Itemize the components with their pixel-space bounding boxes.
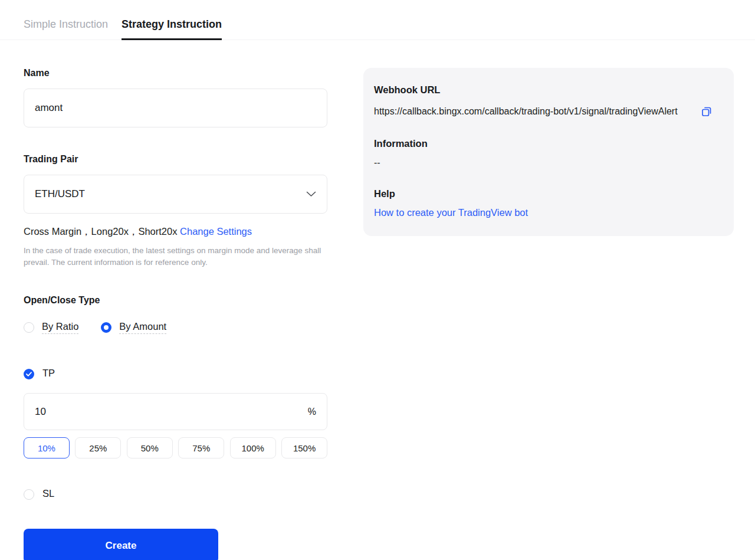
- percent-preset-100[interactable]: 100%: [230, 437, 276, 459]
- webhook-url-text: https://callback.bingx.com/callback/trad…: [374, 103, 696, 119]
- percent-preset-50[interactable]: 50%: [127, 437, 173, 459]
- create-button[interactable]: Create: [24, 529, 218, 560]
- sl-circle-unchecked-icon: [24, 489, 34, 500]
- tab-bar: Simple Instruction Strategy Instruction: [0, 18, 755, 40]
- tp-checkbox-row[interactable]: TP: [24, 368, 327, 381]
- sl-label: SL: [42, 488, 54, 501]
- tp-label: TP: [42, 368, 55, 381]
- percent-preset-150[interactable]: 150%: [281, 437, 327, 459]
- radio-by-amount[interactable]: By Amount: [101, 321, 166, 335]
- name-input[interactable]: [35, 102, 316, 114]
- name-field-wrap: [24, 89, 327, 127]
- trading-pair-label: Trading Pair: [24, 154, 327, 165]
- percent-preset-75[interactable]: 75%: [178, 437, 224, 459]
- margin-summary-text: Cross Margin，Long20x，Short20x: [24, 226, 180, 237]
- trading-pair-value: ETH/USDT: [35, 188, 85, 200]
- percent-preset-group: 10% 25% 50% 75% 100% 150%: [24, 437, 327, 459]
- help-title: Help: [374, 188, 720, 199]
- margin-summary-row: Cross Margin，Long20x，Short20x Change Set…: [24, 225, 327, 238]
- radio-by-ratio-label: By Ratio: [42, 321, 78, 335]
- chevron-down-icon: [306, 188, 316, 200]
- information-title: Information: [374, 138, 720, 149]
- strategy-form: Name Trading Pair ETH/USDT Cross Margin，…: [24, 68, 327, 560]
- radio-by-amount-label: By Amount: [119, 321, 166, 335]
- open-close-radio-group: By Ratio By Amount: [24, 321, 327, 335]
- tp-value-input[interactable]: [35, 406, 308, 418]
- trading-pair-select[interactable]: ETH/USDT: [24, 175, 327, 214]
- name-label: Name: [24, 68, 327, 78]
- tp-value-field-wrap: %: [24, 393, 327, 430]
- help-link[interactable]: How to create your TradingView bot: [374, 207, 528, 218]
- info-card: Webhook URL https://callback.bingx.com/c…: [363, 68, 734, 236]
- margin-note: In the case of trade execution, the late…: [24, 245, 322, 269]
- main-content: Name Trading Pair ETH/USDT Cross Margin，…: [0, 68, 755, 560]
- percent-unit-label: %: [308, 407, 316, 417]
- percent-preset-10[interactable]: 10%: [24, 437, 70, 459]
- webhook-url-row: https://callback.bingx.com/callback/trad…: [374, 103, 720, 120]
- radio-circle-unchecked-icon: [24, 322, 34, 333]
- radio-by-ratio[interactable]: By Ratio: [24, 321, 78, 335]
- tab-strategy-instruction[interactable]: Strategy Instruction: [122, 18, 222, 40]
- change-settings-link[interactable]: Change Settings: [180, 226, 252, 237]
- sl-checkbox-row[interactable]: SL: [24, 488, 327, 501]
- tab-simple-instruction[interactable]: Simple Instruction: [24, 18, 108, 40]
- copy-icon[interactable]: [701, 106, 713, 120]
- percent-preset-25[interactable]: 25%: [75, 437, 121, 459]
- radio-circle-checked-icon: [101, 322, 111, 333]
- information-value: --: [374, 158, 720, 168]
- open-close-type-label: Open/Close Type: [24, 295, 327, 306]
- webhook-url-title: Webhook URL: [374, 84, 720, 96]
- checkmark-circle-icon: [24, 369, 34, 379]
